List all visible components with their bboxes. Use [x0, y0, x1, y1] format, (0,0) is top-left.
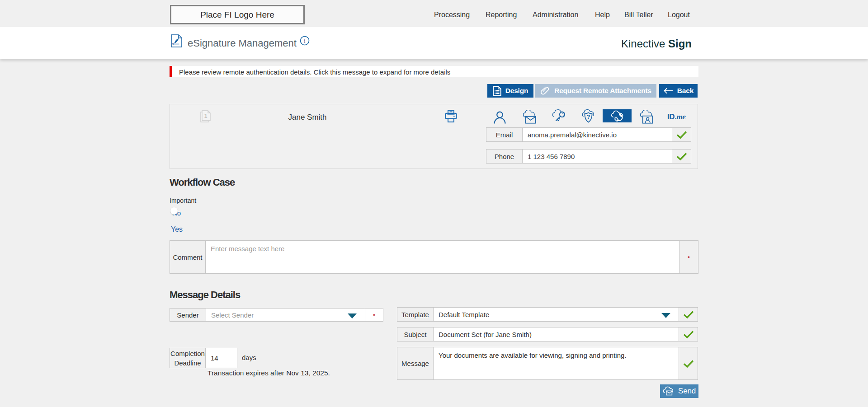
svg-text:1: 1	[204, 113, 208, 119]
svg-text:x: x	[172, 42, 174, 46]
svg-text:i: i	[304, 38, 306, 44]
svg-text:?: ?	[587, 113, 590, 120]
